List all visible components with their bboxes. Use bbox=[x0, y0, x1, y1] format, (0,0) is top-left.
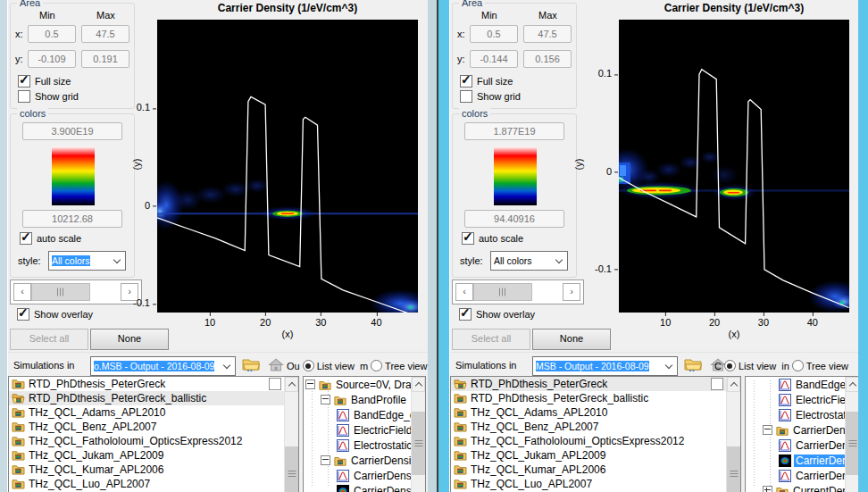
checkbox-icon[interactable] bbox=[460, 75, 472, 88]
x-min-field[interactable]: 0.5 bbox=[28, 25, 76, 43]
tree-scrollbar[interactable] bbox=[411, 377, 425, 492]
simulation-list[interactable]: RTD_PhDthesis_PeterGreck RTD_PhDthesis_P… bbox=[450, 376, 741, 492]
list-item[interactable]: THz_QCL_Luo_APL2007 bbox=[451, 477, 740, 491]
style-dropdown[interactable]: All colors bbox=[48, 251, 126, 271]
scroll-up-button[interactable] bbox=[285, 377, 298, 392]
list-item[interactable]: RTD_PhDthesis_PeterGreck_ballistic bbox=[451, 391, 740, 405]
tree-item[interactable]: ElectrostaticP bbox=[304, 438, 425, 454]
color-min-field[interactable]: 10212.68 bbox=[22, 210, 122, 228]
checkbox-icon[interactable] bbox=[18, 75, 30, 88]
collapse-icon[interactable] bbox=[321, 395, 330, 404]
list-item[interactable]: RTD_PhDthesis_PeterGreck bbox=[9, 377, 298, 391]
tree-item[interactable]: BandEdge_ bbox=[746, 378, 858, 393]
tree-item[interactable]: CarrierDensity bbox=[746, 423, 858, 438]
chevron-down-icon[interactable] bbox=[111, 252, 125, 270]
show-overlay-checkbox[interactable]: Show overlay bbox=[17, 308, 93, 321]
list-item[interactable]: THz_QCL_Jukam_APL2009 bbox=[451, 448, 740, 463]
scrollbar-thumb[interactable] bbox=[846, 412, 858, 475]
tree-item[interactable]: CarrierDensity bbox=[304, 469, 425, 484]
auto-scale-checkbox[interactable]: auto scale bbox=[20, 232, 81, 245]
color-min-field[interactable]: 94.40916 bbox=[464, 210, 564, 228]
tree-item[interactable]: Electrostatic bbox=[746, 408, 858, 423]
scrollbar-thumb[interactable] bbox=[412, 412, 425, 475]
expand-icon[interactable] bbox=[763, 486, 772, 492]
simulation-list[interactable]: RTD_PhDthesis_PeterGreck RTD_PhDthesis_P… bbox=[8, 376, 299, 492]
show-overlay-checkbox[interactable]: Show overlay bbox=[459, 308, 535, 321]
list-item-selected[interactable]: RTD_PhDthesis_PeterGreck bbox=[451, 377, 740, 391]
tree-scrollbar[interactable] bbox=[845, 377, 858, 492]
list-item[interactable]: THz_QCL_Jukam_APL2009 bbox=[9, 448, 298, 463]
row-checkbox[interactable] bbox=[269, 378, 281, 390]
scrollbar-thumb[interactable] bbox=[727, 446, 740, 492]
tree-item[interactable]: ElectricField.d bbox=[304, 423, 425, 438]
tree-item[interactable]: CarrierDensity bbox=[304, 484, 425, 492]
frame-scrollbar[interactable]: ‹ › bbox=[10, 279, 142, 304]
show-grid-checkbox[interactable]: Show grid bbox=[18, 90, 79, 103]
checkbox-icon[interactable] bbox=[20, 232, 32, 245]
list-item[interactable]: THz_QCL_Fathololoumi_OpticsExpress2012 bbox=[9, 434, 298, 448]
color-max-field[interactable]: 3.900E19 bbox=[22, 122, 122, 140]
collapse-icon[interactable] bbox=[305, 379, 315, 389]
home-icon[interactable] bbox=[267, 357, 285, 371]
browse-folder-icon[interactable] bbox=[242, 357, 260, 371]
style-dropdown[interactable]: All colors bbox=[490, 251, 568, 271]
list-item[interactable]: THz_QCL_Adams_APL2010 bbox=[451, 405, 740, 420]
chevron-down-icon[interactable] bbox=[553, 252, 567, 270]
checkbox-icon[interactable] bbox=[462, 232, 474, 245]
list-item[interactable]: THz_QCL_Kumar_APL2006 bbox=[9, 463, 298, 477]
list-item[interactable]: THz_QCL_Benz_APL2007 bbox=[451, 420, 740, 434]
full-size-checkbox[interactable]: Full size bbox=[18, 75, 71, 88]
collapse-icon[interactable] bbox=[763, 425, 772, 435]
checkbox-icon[interactable] bbox=[18, 90, 30, 103]
select-all-button[interactable]: Select all bbox=[452, 329, 530, 350]
collapse-icon[interactable] bbox=[321, 455, 330, 465]
list-scrollbar[interactable] bbox=[726, 377, 740, 492]
output-tree[interactable]: BandEdge_ ElectricField Electrostatic Ca… bbox=[745, 376, 858, 492]
tree-item[interactable]: CarrierDensity bbox=[304, 454, 425, 469]
checkbox-icon[interactable] bbox=[459, 308, 472, 321]
list-item[interactable]: THz_QCL_Kumar_APL2006 bbox=[451, 463, 740, 477]
scroll-left-button[interactable]: ‹ bbox=[13, 283, 31, 301]
y-max-field[interactable]: 0.156 bbox=[523, 50, 572, 68]
show-grid-checkbox[interactable]: Show grid bbox=[460, 90, 521, 103]
tree-item[interactable]: CarrierDens bbox=[746, 469, 858, 484]
y-min-field[interactable]: -0.109 bbox=[28, 50, 76, 68]
list-scrollbar[interactable] bbox=[284, 377, 298, 492]
chevron-down-icon[interactable] bbox=[221, 357, 235, 375]
x-min-field[interactable]: 0.5 bbox=[470, 25, 518, 43]
list-item[interactable]: THz_QCL_Fathololoumi_OpticsExpress2012 bbox=[451, 434, 740, 448]
scrollbar-thumb[interactable] bbox=[285, 446, 298, 492]
scroll-up-button[interactable] bbox=[846, 377, 858, 392]
carrier-density-plot[interactable]: 0.10-0.110203040 bbox=[619, 20, 849, 313]
x-max-field[interactable]: 47.5 bbox=[523, 25, 572, 43]
list-item[interactable]: THz_QCL_Adams_APL2010 bbox=[9, 405, 298, 420]
list-item-selected[interactable]: RTD_PhDthesis_PeterGreck_ballistic bbox=[9, 391, 298, 405]
scroll-right-button[interactable]: › bbox=[563, 283, 580, 301]
color-max-field[interactable]: 1.877E19 bbox=[464, 122, 564, 140]
tree-item[interactable]: Source=0V, Drain=0. bbox=[304, 378, 425, 393]
tree-view-radio[interactable] bbox=[792, 360, 804, 371]
select-all-button[interactable]: Select all bbox=[10, 329, 88, 350]
list-item[interactable]: THz_QCL_Luo_APL2007 bbox=[9, 477, 298, 491]
y-min-field[interactable]: -0.144 bbox=[470, 50, 518, 68]
scrollbar-thumb[interactable] bbox=[31, 283, 90, 301]
tree-item-selected[interactable]: CarrierDens bbox=[746, 454, 858, 469]
auto-scale-checkbox[interactable]: auto scale bbox=[462, 232, 523, 245]
scroll-left-button[interactable]: ‹ bbox=[455, 283, 473, 301]
checkbox-icon[interactable] bbox=[17, 308, 29, 321]
carrier-density-plot[interactable]: 0.10-0.110203040 bbox=[157, 20, 418, 313]
y-max-field[interactable]: 0.191 bbox=[81, 50, 129, 68]
full-size-checkbox[interactable]: Full size bbox=[460, 75, 513, 88]
scroll-up-button[interactable] bbox=[412, 377, 425, 392]
row-checkbox[interactable] bbox=[711, 378, 723, 390]
browse-folder-icon[interactable] bbox=[684, 357, 702, 371]
tree-item[interactable]: CarrierDens bbox=[746, 438, 858, 454]
tree-item[interactable]: CurrentDensity bbox=[746, 484, 858, 492]
x-max-field[interactable]: 47.5 bbox=[81, 25, 129, 43]
list-view-radio[interactable] bbox=[303, 360, 314, 371]
list-item[interactable]: THz_QCL_Benz_APL2007 bbox=[9, 420, 298, 434]
list-view-radio[interactable] bbox=[724, 360, 736, 371]
frame-scrollbar[interactable]: ‹ › bbox=[452, 279, 584, 304]
chevron-down-icon[interactable] bbox=[663, 357, 677, 375]
output-tree[interactable]: Source=0V, Drain=0. BandProfile BandEdge… bbox=[303, 376, 426, 492]
